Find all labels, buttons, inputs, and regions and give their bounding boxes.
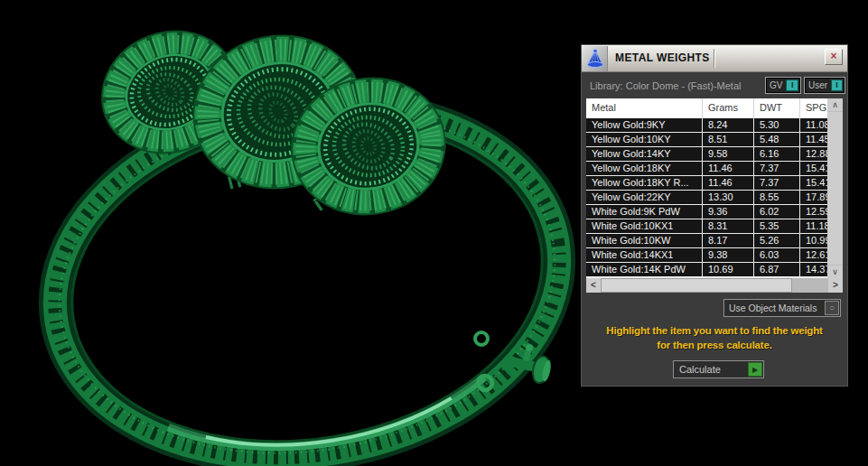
cell-dwt: 5.48 bbox=[754, 133, 800, 147]
library-label: Library: Color Dome - (Fast)-Metal bbox=[590, 80, 741, 91]
use-object-materials-button[interactable]: Use Object Materials ○ bbox=[723, 299, 841, 317]
cell-dwt: 6.02 bbox=[754, 205, 800, 219]
cell-dwt: 7.37 bbox=[754, 162, 800, 176]
cell-dwt: 7.37 bbox=[754, 176, 800, 191]
vertical-scrollbar[interactable]: ∧ ∨ bbox=[827, 98, 843, 278]
scroll-up-icon[interactable]: ∧ bbox=[827, 98, 843, 112]
table-row[interactable]: White Gold:14KX1 9.38 6.03 12.61 bbox=[586, 248, 827, 263]
cell-metal: Yellow Gold:22KY bbox=[586, 191, 703, 205]
gv-toggle-indicator-icon: I bbox=[786, 79, 798, 91]
horizontal-scrollbar[interactable]: < > bbox=[586, 278, 843, 293]
cell-metal: White Gold:10KW bbox=[586, 234, 703, 248]
cell-metal: White Gold:10KX1 bbox=[586, 219, 703, 234]
calculate-button-label: Calculate bbox=[674, 364, 748, 375]
scroll-right-icon[interactable]: > bbox=[828, 278, 843, 293]
cell-grams: 9.58 bbox=[703, 147, 754, 162]
instruction-text: Highlight the item you want to find the … bbox=[582, 323, 847, 352]
radio-indicator-icon: ○ bbox=[825, 301, 839, 315]
cell-grams: 8.51 bbox=[703, 133, 754, 147]
column-header-spg: SPG bbox=[800, 98, 827, 118]
table-body: Yellow Gold:9KY 8.24 5.30 11.08 Yellow G… bbox=[586, 118, 827, 277]
cell-dwt: 6.16 bbox=[754, 147, 800, 162]
cell-metal: White Gold:9K PdW bbox=[586, 205, 703, 219]
play-icon: ▶ bbox=[748, 362, 762, 377]
user-toggle-indicator-icon: I bbox=[831, 79, 843, 91]
cell-spg: 15.41 bbox=[800, 162, 827, 176]
user-toggle-label: User bbox=[805, 80, 831, 90]
table-row[interactable]: White Gold:10KW 8.17 5.26 10.99 bbox=[586, 234, 827, 248]
close-icon[interactable]: × bbox=[825, 49, 843, 65]
cell-grams: 8.24 bbox=[703, 118, 754, 133]
cell-dwt: 6.03 bbox=[754, 248, 800, 263]
cell-metal: Yellow Gold:18KY bbox=[586, 162, 703, 176]
cell-spg: 12.88 bbox=[800, 147, 827, 162]
table-row[interactable]: White Gold:14K PdW 10.69 6.87 14.37 bbox=[586, 263, 827, 277]
dialog-titlebar[interactable]: METAL WEIGHTS × bbox=[582, 45, 847, 72]
scroll-down-icon[interactable]: ∨ bbox=[827, 265, 843, 278]
user-toggle-button[interactable]: User I bbox=[804, 77, 845, 94]
medallion-right bbox=[297, 82, 441, 210]
table-row[interactable]: Yellow Gold:10KY 8.51 5.48 11.45 bbox=[586, 133, 827, 147]
gv-toggle-button[interactable]: GV I bbox=[765, 77, 801, 94]
instruction-line-1: Highlight the item you want to find the … bbox=[582, 323, 847, 338]
cell-spg: 11.08 bbox=[800, 118, 827, 133]
calculate-button[interactable]: Calculate ▶ bbox=[673, 360, 764, 378]
cell-spg: 10.99 bbox=[800, 234, 827, 248]
cell-metal: Yellow Gold:9KY bbox=[586, 118, 703, 133]
cell-spg: 11.18 bbox=[800, 219, 827, 234]
cell-dwt: 5.30 bbox=[754, 118, 800, 133]
cell-grams: 11.46 bbox=[703, 162, 754, 176]
table-row[interactable]: Yellow Gold:18KY 11.46 7.37 15.41 bbox=[586, 162, 827, 176]
cell-dwt: 5.35 bbox=[754, 219, 800, 234]
use-object-materials-label: Use Object Materials bbox=[724, 303, 825, 313]
table-header-row: Metal Grams DWT SPG bbox=[586, 98, 843, 118]
cell-spg: 12.61 bbox=[800, 248, 827, 263]
dialog-title: METAL WEIGHTS bbox=[615, 51, 710, 64]
cell-grams: 11.46 bbox=[703, 176, 754, 191]
table-row[interactable]: Yellow Gold:18KY R... 11.46 7.37 15.41 bbox=[586, 176, 827, 191]
scroll-left-icon[interactable]: < bbox=[586, 278, 601, 293]
cell-grams: 13.30 bbox=[703, 191, 754, 205]
gv-toggle-label: GV bbox=[766, 80, 786, 90]
titlebar-divider bbox=[714, 49, 715, 68]
table-row[interactable]: Yellow Gold:22KY 13.30 8.55 17.89 bbox=[586, 191, 827, 205]
cell-spg: 15.41 bbox=[800, 176, 827, 191]
metal-weights-table: Metal Grams DWT SPG Yellow Gold:9KY 8.24… bbox=[586, 98, 843, 293]
cell-grams: 9.38 bbox=[703, 248, 754, 263]
cell-metal: White Gold:14K PdW bbox=[586, 263, 703, 277]
gem-icon bbox=[583, 46, 608, 71]
instruction-line-2: for then press calculate. bbox=[582, 338, 847, 352]
metal-weights-dialog: METAL WEIGHTS × Library: Color Dome - (F… bbox=[581, 44, 848, 387]
cell-dwt: 5.26 bbox=[754, 234, 800, 248]
column-header-grams: Grams bbox=[703, 98, 754, 118]
cell-spg: 17.89 bbox=[800, 191, 827, 205]
table-row[interactable]: Yellow Gold:14KY 9.58 6.16 12.88 bbox=[586, 147, 827, 162]
cell-spg: 12.59 bbox=[800, 205, 827, 219]
cell-spg: 11.45 bbox=[800, 133, 827, 147]
cell-grams: 9.36 bbox=[703, 205, 754, 219]
table-row[interactable]: Yellow Gold:9KY 8.24 5.30 11.08 bbox=[586, 118, 827, 133]
cell-dwt: 8.55 bbox=[754, 191, 800, 205]
cell-grams: 10.69 bbox=[703, 263, 754, 277]
cell-metal: White Gold:14KX1 bbox=[586, 248, 703, 263]
cell-metal: Yellow Gold:14KY bbox=[586, 147, 703, 162]
application-window: METAL WEIGHTS × Library: Color Dome - (F… bbox=[0, 0, 868, 466]
table-row[interactable]: White Gold:9K PdW 9.36 6.02 12.59 bbox=[586, 205, 827, 219]
column-header-dwt: DWT bbox=[754, 98, 800, 118]
column-header-metal: Metal bbox=[586, 98, 703, 118]
cell-spg: 14.37 bbox=[800, 263, 827, 277]
horizontal-scrollbar-thumb[interactable] bbox=[601, 278, 792, 293]
cell-grams: 8.31 bbox=[703, 219, 754, 234]
cell-grams: 8.17 bbox=[703, 234, 754, 248]
cell-metal: Yellow Gold:10KY bbox=[586, 133, 703, 147]
table-row[interactable]: White Gold:10KX1 8.31 5.35 11.18 bbox=[586, 219, 827, 234]
cell-dwt: 6.87 bbox=[754, 263, 800, 277]
cell-metal: Yellow Gold:18KY R... bbox=[586, 176, 703, 191]
